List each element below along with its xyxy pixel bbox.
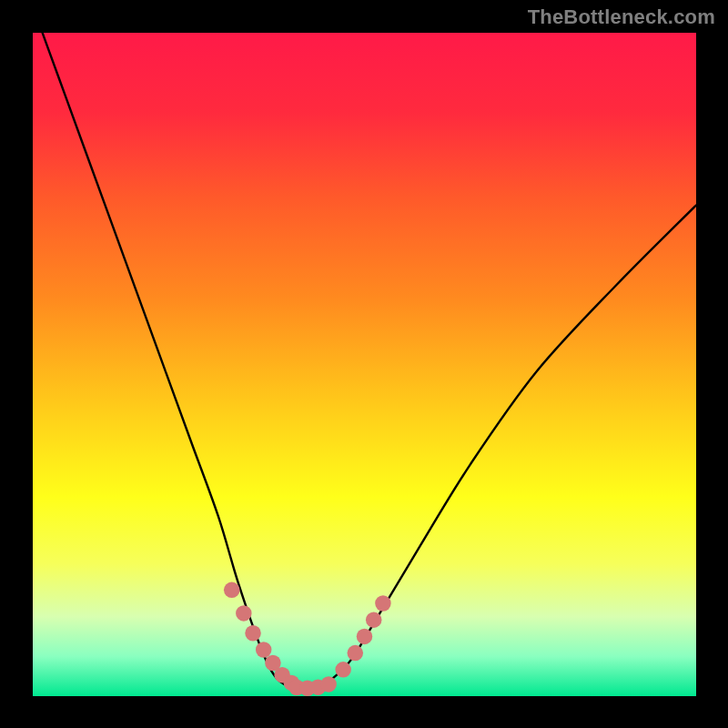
curve-marker xyxy=(348,645,364,662)
curve-marker xyxy=(366,612,382,628)
curve-marker xyxy=(224,582,240,599)
curve-marker xyxy=(335,662,351,678)
plot-background xyxy=(33,33,696,696)
curve-marker xyxy=(256,642,272,658)
chart-stage: TheBottleneck.com xyxy=(0,0,728,728)
curve-marker xyxy=(320,676,337,693)
curve-marker xyxy=(375,595,391,612)
bottleneck-chart xyxy=(0,0,728,728)
curve-marker xyxy=(357,629,373,645)
curve-marker xyxy=(245,625,261,642)
curve-marker xyxy=(236,605,252,622)
watermark-label: TheBottleneck.com xyxy=(528,5,715,29)
